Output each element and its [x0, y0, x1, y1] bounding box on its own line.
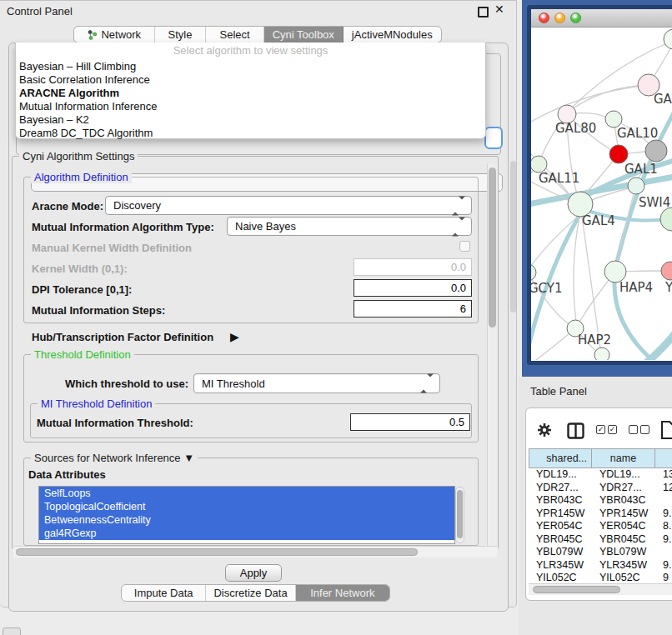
tab-discretize-data[interactable]: Discretize Data: [206, 585, 295, 601]
table-cell: YPR145W: [592, 508, 655, 521]
network-edge: [574, 217, 579, 321]
table-row[interactable]: YLR345WYLR345W9.: [529, 559, 672, 572]
tab-impute-data[interactable]: Impute Data: [122, 585, 206, 601]
table-cell: YPR145W: [529, 508, 592, 521]
kernel-width-label: Kernel Width (0,1):: [32, 262, 128, 275]
table-row[interactable]: YDL19...YDL19...13: [529, 468, 672, 482]
close-icon[interactable]: ✕: [494, 2, 504, 16]
table-horizontal-scrollbar[interactable]: [529, 583, 672, 595]
settings-horizontal-scrollbar-thumb[interactable]: [16, 548, 418, 556]
network-canvas[interactable]: GALGAL80GAL10GAL1GAL11SWI4GAL4GCY1HAP4YH…: [531, 28, 672, 360]
algorithm-option[interactable]: Mutual Information Inference: [16, 100, 485, 113]
table-row[interactable]: YBR045CYBR045C9.: [529, 533, 672, 547]
manual-kernel-width-checkbox[interactable]: [459, 241, 470, 252]
deselect-all-checkbox-icon-2[interactable]: [640, 425, 649, 434]
data-attribute-item[interactable]: gal4RGexp: [39, 527, 454, 540]
network-node-right-green[interactable]: [660, 208, 672, 231]
node-label: GAL80: [555, 121, 596, 136]
dpi-tolerance-label: DPI Tolerance [0,1]:: [32, 283, 132, 296]
network-node-salmon-node[interactable]: [661, 262, 672, 280]
tab-style[interactable]: Style: [155, 27, 207, 42]
table-row[interactable]: YER054CYER054C8.: [529, 520, 672, 533]
tab-select[interactable]: Select: [206, 27, 264, 42]
node-label: GAL: [654, 92, 672, 107]
table-cell: 9.: [655, 533, 672, 547]
column-header-clipped[interactable]: [655, 448, 672, 468]
column-header-shared-name[interactable]: shared...: [529, 448, 592, 468]
attributes-scrollbar[interactable]: [455, 487, 464, 543]
gear-icon[interactable]: [537, 422, 552, 438]
algorithm-dropdown-popup: Select algorithm to view settings Bayesi…: [15, 42, 486, 139]
table-panel-title: Table Panel: [530, 385, 587, 398]
network-node-gal11[interactable]: [531, 156, 547, 172]
table-cell: 8.: [655, 520, 672, 533]
network-node-gal1[interactable]: [609, 145, 628, 163]
dpi-tolerance-input[interactable]: 0.0: [354, 279, 472, 297]
collapsed-panel-button[interactable]: [3, 628, 21, 635]
tab-select-label: Select: [220, 28, 250, 41]
network-node-gal10[interactable]: [605, 111, 622, 128]
which-threshold-label: Which threshold to use:: [65, 378, 188, 390]
select-all-checkbox-icon-2[interactable]: ✓: [608, 425, 617, 434]
table-cell: 9: [655, 572, 672, 582]
table-row[interactable]: YIL052CYIL052C9: [529, 572, 672, 582]
table-row[interactable]: YBR043CYBR043C: [529, 494, 672, 508]
table-row[interactable]: YBL079WYBL079W: [529, 546, 672, 559]
tab-jactivemnodules[interactable]: jActiveMNodules: [344, 27, 441, 42]
table-row[interactable]: YPR145WYPR145W9.: [529, 508, 672, 521]
apply-button[interactable]: Apply: [225, 564, 282, 582]
panel-edge-scrollbar-thumb[interactable]: [510, 161, 516, 312]
select-all-checkbox-icon[interactable]: ✓: [596, 425, 605, 434]
table-cell: [655, 546, 672, 559]
table-horizontal-scrollbar-thumb[interactable]: [533, 586, 620, 593]
mi-algorithm-type-select[interactable]: Naive Bayes: [227, 217, 472, 236]
mi-threshold-input[interactable]: 0.5: [350, 413, 470, 431]
tab-cyni-toolbox[interactable]: Cyni Toolbox: [264, 27, 344, 42]
table-cell: YDL19...: [592, 468, 655, 482]
algorithm-option[interactable]: Bayesian – K2: [16, 113, 485, 127]
document-icon[interactable]: [660, 420, 672, 440]
split-view-icon[interactable]: [567, 422, 584, 439]
column-header-name[interactable]: name: [592, 448, 655, 468]
data-attribute-item[interactable]: TopologicalCoefficient: [39, 500, 454, 513]
mac-close-button[interactable]: [539, 12, 549, 23]
settings-horizontal-scrollbar[interactable]: [13, 546, 497, 558]
network-node-gray-node[interactable]: [645, 140, 667, 162]
float-window-icon[interactable]: [478, 7, 489, 18]
node-label: HAP4: [619, 280, 653, 295]
tab-network[interactable]: Network: [74, 27, 155, 42]
aracne-mode-label: Aracne Mode:: [32, 200, 103, 212]
network-node-gcy1[interactable]: [531, 264, 536, 281]
table-row[interactable]: YDR27...YDR27...12: [529, 482, 672, 495]
mac-zoom-button[interactable]: [570, 12, 581, 23]
table-cell: YBL079W: [529, 546, 592, 559]
data-attribute-item[interactable]: BetweennessCentrality: [39, 513, 454, 527]
table-cell: YDR27...: [592, 482, 655, 495]
deselect-all-checkbox-icon[interactable]: [629, 425, 638, 434]
tab-infer-network[interactable]: Infer Network: [296, 585, 389, 601]
network-node-small-bottom[interactable]: [594, 348, 609, 360]
algorithm-option[interactable]: Dream8 DC_TDC Algorithm: [16, 127, 485, 140]
settings-vertical-scrollbar[interactable]: [487, 164, 498, 552]
settings-vertical-scrollbar-thumb[interactable]: [489, 168, 496, 328]
algorithm-option[interactable]: Basic Correlation Inference: [16, 73, 485, 87]
hub-expand-arrow-icon[interactable]: ▶: [230, 330, 239, 343]
sources-collapse-arrow-icon[interactable]: ▼: [183, 452, 194, 464]
node-label: GAL1: [624, 162, 658, 177]
mi-steps-input[interactable]: 6: [354, 300, 472, 318]
network-window-titlebar[interactable]: [531, 9, 672, 28]
mac-minimize-button[interactable]: [554, 12, 565, 23]
kernel-width-input[interactable]: 0.0: [354, 258, 472, 276]
network-edge: [636, 328, 672, 360]
data-attribute-item[interactable]: SelfLoops: [39, 487, 454, 500]
network-node-swi4[interactable]: [628, 178, 644, 194]
tab-style-label: Style: [168, 28, 192, 41]
tab-cyni-toolbox-label: Cyni Toolbox: [273, 28, 334, 41]
attributes-scrollbar-thumb[interactable]: [457, 490, 463, 538]
algorithm-option[interactable]: ARACNE Algorithm: [16, 87, 485, 100]
aracne-mode-select[interactable]: Discovery: [105, 196, 472, 215]
algorithm-option[interactable]: Bayesian – Hill Climbing: [16, 60, 485, 73]
network-node-top-cut[interactable]: [664, 29, 672, 49]
which-threshold-select[interactable]: MI Threshold: [193, 373, 440, 393]
tab-impute-data-label: Impute Data: [134, 587, 193, 599]
